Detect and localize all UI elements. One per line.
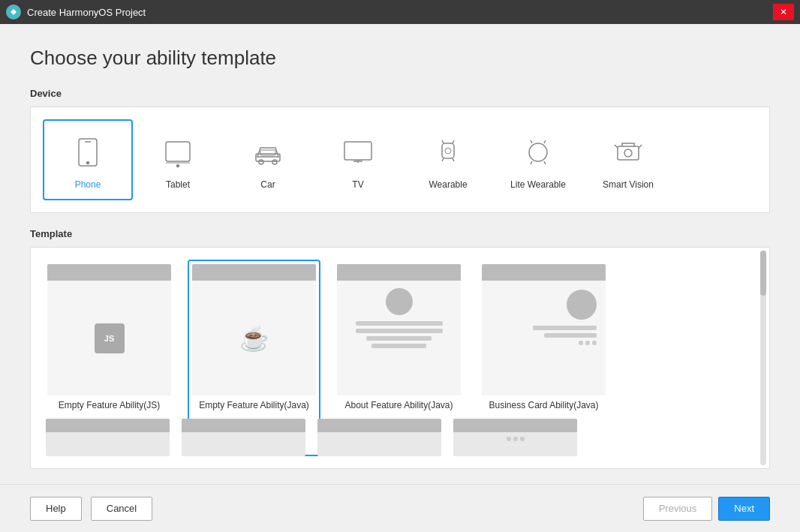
svg-point-26	[624, 149, 632, 157]
device-item-phone[interactable]: Phone	[43, 119, 133, 200]
scrollbar[interactable]	[760, 251, 766, 465]
page-title: Choose your ability template	[30, 47, 770, 70]
dot-2	[585, 341, 590, 345]
svg-line-24	[544, 161, 546, 164]
device-item-tv[interactable]: TV	[313, 119, 403, 200]
bottom-thumb-2[interactable]	[182, 419, 305, 456]
device-label-lite-wearable: Lite Wearable	[510, 179, 566, 190]
bottom-row	[46, 419, 577, 456]
svg-line-18	[453, 158, 454, 161]
bottom-bar: Help Cancel Previous Next	[0, 484, 800, 532]
bottom-dot-1	[507, 437, 511, 441]
svg-point-9	[272, 160, 277, 164]
svg-rect-11	[344, 142, 371, 160]
thumb-header-java	[192, 264, 316, 281]
template-label-business-java: Business Card Ability(Java)	[489, 400, 598, 410]
bottom-thumb-4[interactable]	[453, 419, 577, 456]
svg-point-19	[445, 148, 451, 154]
device-item-tablet[interactable]: Tablet	[133, 119, 223, 200]
bottom-header-4	[453, 419, 577, 432]
svg-point-20	[529, 143, 547, 161]
template-thumb-business-java	[482, 264, 606, 395]
thumb-header-business	[482, 264, 606, 281]
js-icon: JS	[95, 323, 125, 353]
bottom-thumb-1[interactable]	[46, 419, 170, 456]
device-label-tablet: Tablet	[166, 179, 190, 190]
bottom-header-1	[46, 419, 170, 432]
thumb-body-js: JS	[47, 281, 171, 395]
device-item-car[interactable]: Car	[223, 119, 313, 200]
about-line-1	[356, 321, 443, 326]
car-icon	[245, 130, 290, 175]
device-item-smart-vision[interactable]: Smart Vision	[583, 119, 673, 200]
app-logo-icon	[6, 5, 21, 20]
main-container: Choose your ability template Device Phon…	[0, 24, 800, 484]
template-label-empty-java: Empty Feature Ability(Java)	[199, 400, 309, 410]
bottom-header-3	[317, 419, 441, 432]
help-button[interactable]: Help	[30, 497, 82, 521]
svg-line-17	[442, 158, 444, 161]
lite-wearable-icon	[516, 130, 561, 175]
svg-rect-10	[260, 150, 275, 155]
tablet-icon	[155, 130, 200, 175]
svg-line-16	[453, 140, 454, 143]
coffee-icon: ☕	[239, 324, 269, 353]
bottom-dot-3	[520, 437, 525, 441]
about-line-4	[371, 344, 426, 348]
device-section-label: Device	[30, 88, 770, 99]
thumb-header-about	[337, 264, 461, 281]
scroll-thumb	[760, 251, 766, 296]
svg-rect-14	[442, 143, 454, 158]
template-panel: JS Empty Feature Ability(JS) ☕ Empty Fea…	[30, 247, 770, 469]
thumb-body-java: ☕	[192, 281, 316, 395]
about-circle	[386, 288, 413, 315]
template-section-label: Template	[30, 228, 770, 239]
thumb-body-about	[337, 281, 461, 395]
smart-vision-icon	[606, 130, 651, 175]
device-item-wearable[interactable]: Wearable	[403, 119, 493, 200]
device-label-phone: Phone	[75, 179, 101, 190]
svg-point-6	[177, 165, 179, 167]
thumb-about-content	[337, 281, 461, 395]
close-button[interactable]: ✕	[773, 4, 794, 20]
bottom-thumb-3[interactable]	[317, 419, 441, 456]
title-bar-title: Create HarmonyOS Project	[27, 7, 146, 18]
previous-button[interactable]: Previous	[643, 497, 713, 521]
svg-line-22	[544, 140, 546, 143]
business-dots	[579, 341, 597, 345]
template-thumb-empty-java: ☕	[192, 264, 316, 395]
thumb-body-business	[482, 281, 606, 395]
about-line-2	[356, 329, 443, 333]
bottom-dot-2	[513, 437, 518, 441]
device-panel: Phone Tablet Car TV	[30, 107, 770, 213]
about-line-3	[366, 336, 432, 341]
svg-point-3	[87, 162, 89, 164]
business-circle	[567, 290, 597, 320]
bottom-right-buttons: Previous Next	[643, 497, 770, 521]
business-line-2	[544, 333, 597, 338]
svg-rect-4	[166, 142, 190, 161]
device-label-car: Car	[260, 179, 275, 190]
bottom-header-2	[182, 419, 305, 432]
title-bar-left: Create HarmonyOS Project	[6, 5, 146, 20]
wearable-icon	[426, 130, 471, 175]
device-item-lite-wearable[interactable]: Lite Wearable	[493, 119, 583, 200]
next-button[interactable]: Next	[718, 497, 770, 521]
bottom-dots	[502, 432, 529, 446]
template-thumb-about-java	[337, 264, 461, 395]
cancel-button[interactable]: Cancel	[91, 497, 152, 521]
svg-line-15	[442, 140, 444, 143]
device-label-tv: TV	[352, 179, 363, 190]
tv-icon	[335, 130, 380, 175]
svg-line-21	[531, 140, 532, 143]
phone-icon	[65, 130, 110, 175]
device-label-smart-vision: Smart Vision	[603, 179, 654, 190]
device-label-wearable: Wearable	[429, 179, 467, 190]
dot-3	[592, 341, 597, 345]
business-line-1	[533, 326, 597, 330]
thumb-header-js	[47, 264, 171, 281]
thumb-business-content	[482, 281, 606, 395]
template-label-about-java: About Feature Ability(Java)	[344, 400, 453, 410]
dot-1	[579, 341, 583, 345]
template-label-empty-js: Empty Feature Ability(JS)	[59, 400, 160, 410]
